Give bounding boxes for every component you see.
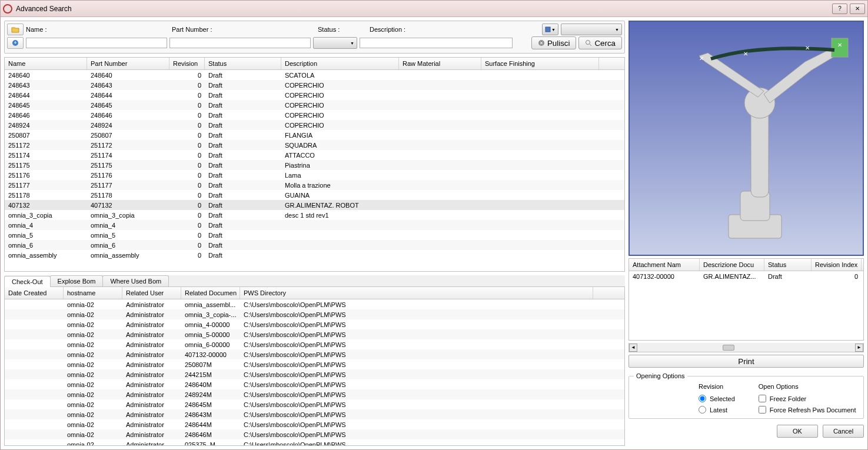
scroll-left-icon[interactable]: ◄ (629, 344, 637, 352)
detail-pane: Check-OutExplose BomWhere Used Bom Date … (4, 275, 625, 446)
table-row[interactable]: omnia-02Administrator407132-00000C:\User… (5, 349, 624, 359)
robot-arm-icon: ✕✕✕✕ (640, 26, 852, 250)
refresh-button[interactable] (7, 37, 24, 49)
tab-explose-bom[interactable]: Explose Bom (50, 275, 104, 286)
table-row[interactable]: omnia_3_copiaomnia_3_copia0Draftdesc 1 s… (5, 210, 624, 220)
download-icon (12, 39, 19, 46)
scroll-thumb[interactable] (723, 345, 734, 351)
part-number-input[interactable] (169, 38, 311, 48)
table-row[interactable]: omnia-02Administrator244215MC:\Users\mbo… (5, 369, 624, 379)
table-row[interactable]: 2511722511720DraftSQUADRA (5, 140, 624, 150)
table-row[interactable]: omnia-02Administrator248644MC:\Users\mbo… (5, 419, 624, 429)
table-row[interactable]: omnia_4omnia_40Draft (5, 220, 624, 230)
table-row[interactable]: omnia_6omnia_60Draft (5, 240, 624, 250)
part-number-label: Part Number : (172, 26, 219, 33)
table-row[interactable]: 2489242489240DraftCOPERCHIO (5, 120, 624, 130)
table-row[interactable]: 2486432486430DraftCOPERCHIO (5, 80, 624, 90)
name-input[interactable] (26, 38, 167, 48)
column-header[interactable]: Surface Finishing (481, 58, 599, 69)
print-button[interactable]: Print (628, 355, 864, 368)
filter-dropdown[interactable]: ▼ (561, 24, 622, 35)
table-row[interactable]: omnia-02Administratoromnia_assembl...C:\… (5, 299, 624, 309)
window: Advanced Search ? ✕ Name : Part Number :… (0, 0, 868, 450)
table-row[interactable]: omnia-02Administratoromnia_6-00000C:\Use… (5, 339, 624, 349)
cerca-button[interactable]: Cerca (578, 36, 622, 49)
table-row[interactable]: 2511742511740DraftATTACCO (5, 150, 624, 160)
table-row[interactable]: omnia-02Administratoromnia_5-00000C:\Use… (5, 329, 624, 339)
folder-button[interactable] (7, 24, 24, 35)
checkout-grid-body[interactable]: omnia-02Administratoromnia_assembl...C:\… (5, 299, 624, 445)
table-row[interactable]: omnia_assemblyomnia_assembly0Draft (5, 250, 624, 260)
save-dropdown[interactable]: ▼ (542, 24, 558, 35)
table-row[interactable]: 2486402486400DraftSCATOLA (5, 70, 624, 80)
status-select[interactable]: ▼ (313, 37, 357, 49)
table-row[interactable]: omnia_5omnia_50Draft (5, 230, 624, 240)
table-row[interactable]: 4071324071320DraftGR.ALIMENTAZ. ROBOT (5, 200, 624, 210)
scroll-right-icon[interactable]: ► (855, 344, 863, 352)
ok-button[interactable]: OK (777, 425, 818, 438)
table-row[interactable]: omnia-02Administrator248924MC:\Users\mbo… (5, 389, 624, 399)
attachment-hscroll[interactable]: ◄ ► (628, 343, 864, 352)
preview-3d[interactable]: ✕✕✕✕ (628, 21, 864, 256)
print-label: Print (738, 357, 754, 366)
description-input[interactable] (360, 38, 513, 48)
window-title: Advanced Search (16, 5, 832, 13)
column-header[interactable]: Status (205, 58, 281, 69)
table-row[interactable]: 2486442486440DraftCOPERCHIO (5, 90, 624, 100)
revision-selected-radio[interactable]: Selected (699, 395, 735, 402)
search-panel: Name : Part Number : Status : Descriptio… (4, 21, 625, 54)
table-row[interactable]: 407132-00000GR.ALIMENTAZ...Draft0 (629, 271, 863, 281)
freez-folder-check[interactable]: Freez Folder (759, 395, 856, 402)
revision-header: Revision (699, 383, 735, 390)
column-header[interactable]: Status (764, 259, 812, 271)
column-header[interactable]: Related Documen (181, 287, 240, 299)
options-legend: Opening Options (634, 372, 687, 379)
table-row[interactable]: 2511782511780DraftGUAINA (5, 190, 624, 200)
column-header[interactable]: Description (281, 58, 399, 69)
table-row[interactable]: 2508072508070DraftFLANGIA (5, 130, 624, 140)
column-header[interactable]: Related User (122, 287, 181, 299)
table-row[interactable]: 2511772511770DraftMolla a trazione (5, 180, 624, 190)
column-header[interactable]: Part Number (87, 58, 169, 69)
search-icon (585, 39, 592, 46)
column-header[interactable]: hostname (64, 287, 122, 299)
svg-text:✕: ✕ (743, 51, 748, 57)
table-row[interactable]: omnia-02Administrator248643MC:\Users\mbo… (5, 409, 624, 419)
results-grid-body[interactable]: 2486402486400DraftSCATOLA2486432486430Dr… (5, 70, 624, 271)
table-row[interactable]: 2511762511760DraftLama (5, 170, 624, 180)
tab-check-out[interactable]: Check-Out (4, 276, 51, 287)
column-header[interactable]: PWS Directory (240, 287, 593, 299)
help-button[interactable]: ? (832, 4, 847, 14)
titlebar: Advanced Search ? ✕ (1, 1, 867, 17)
column-header[interactable]: Attachment Nam (629, 259, 700, 271)
cancel-button[interactable]: Cancel (823, 425, 864, 438)
column-header[interactable]: Revision Index (812, 259, 862, 271)
column-header[interactable]: Descrizione Docu (700, 259, 764, 271)
svg-line-4 (590, 44, 591, 46)
table-row[interactable]: 2486462486460DraftCOPERCHIO (5, 110, 624, 120)
table-row[interactable]: omnia-02Administrator250807MC:\Users\mbo… (5, 359, 624, 369)
svg-rect-0 (546, 27, 550, 32)
table-row[interactable]: omnia-02Administrator025375_MC:\Users\mb… (5, 439, 624, 445)
table-row[interactable]: omnia-02Administratoromnia_3_copia-...C:… (5, 309, 624, 319)
status-label: Status : (318, 26, 347, 33)
column-header[interactable]: Name (5, 58, 87, 69)
close-button[interactable]: ✕ (850, 4, 865, 14)
column-header[interactable]: Revision (169, 58, 205, 69)
tab-where-used-bom[interactable]: Where Used Bom (102, 275, 169, 286)
column-header[interactable]: Raw Material (399, 58, 481, 69)
table-row[interactable]: omnia-02Administrator248645MC:\Users\mbo… (5, 399, 624, 409)
table-row[interactable]: omnia-02Administrator248646MC:\Users\mbo… (5, 429, 624, 439)
table-row[interactable]: 2486452486450DraftCOPERCHIO (5, 100, 624, 110)
table-row[interactable]: omnia-02Administratoromnia_4-00000C:\Use… (5, 319, 624, 329)
table-row[interactable]: 2511752511750DraftPiastrina (5, 160, 624, 170)
column-header[interactable]: Date Created (5, 287, 64, 299)
force-refresh-check[interactable]: Force Refresh Pws Document (759, 406, 856, 414)
table-row[interactable]: omnia-02Administrator248640MC:\Users\mbo… (5, 379, 624, 389)
pulisci-button[interactable]: Pulisci (531, 36, 577, 49)
dialog-buttons: OK Cancel (628, 421, 864, 438)
revision-latest-radio[interactable]: Latest (699, 406, 735, 414)
folder-icon (11, 26, 19, 33)
attachment-grid-body[interactable]: 407132-00000GR.ALIMENTAZ...Draft0 (629, 271, 863, 340)
app-icon (3, 4, 12, 14)
